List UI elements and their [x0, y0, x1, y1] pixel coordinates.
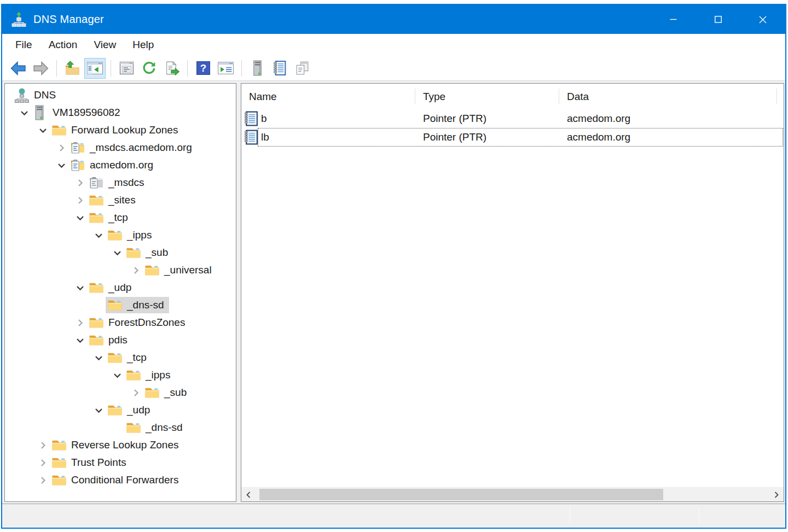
- column-header-data[interactable]: Data: [559, 84, 777, 109]
- tree-item--dns-sd[interactable]: _dns-sd: [5, 296, 236, 314]
- chevron-down-icon[interactable]: [91, 351, 106, 364]
- tree-node[interactable]: _ipps: [124, 367, 175, 383]
- chevron-down-icon[interactable]: [36, 124, 50, 137]
- notebook-icon: [273, 60, 287, 76]
- chevron-right-icon[interactable]: [54, 141, 68, 154]
- chevron-down-icon[interactable]: [17, 106, 31, 119]
- column-header-name[interactable]: Name: [241, 84, 415, 109]
- minimize-button[interactable]: [651, 5, 696, 34]
- chevron-down-icon[interactable]: [73, 281, 87, 294]
- properties-button[interactable]: [116, 58, 137, 79]
- close-button[interactable]: [740, 5, 785, 34]
- tree-item-dns[interactable]: DNS: [5, 86, 236, 104]
- tree-node[interactable]: _tcp: [106, 349, 152, 366]
- forward-button[interactable]: [30, 58, 51, 79]
- tree-node[interactable]: Forward Lookup Zones: [50, 122, 183, 138]
- record-row-b[interactable]: bPointer (PTR)acmedom.org: [241, 109, 784, 128]
- tree-item-acmedom-org[interactable]: acmedom.org: [5, 156, 236, 174]
- server-status-button[interactable]: [247, 58, 268, 79]
- chevron-right-icon[interactable]: [73, 316, 87, 329]
- tree-item--udp[interactable]: _udp: [5, 401, 236, 419]
- menu-file[interactable]: File: [7, 39, 40, 51]
- tree-node[interactable]: _sub: [143, 384, 192, 401]
- chevron-right-icon[interactable]: [129, 264, 143, 277]
- chevron-down-icon[interactable]: [110, 246, 124, 259]
- horizontal-scrollbar[interactable]: [241, 487, 784, 501]
- chevron-down-icon[interactable]: [73, 334, 87, 347]
- maximize-button[interactable]: [696, 5, 740, 34]
- menu-bar: FileActionViewHelp: [2, 34, 785, 56]
- tree-node[interactable]: _sites: [87, 192, 141, 208]
- tree-node[interactable]: _dns-sd: [124, 419, 188, 436]
- tree-item--msdcs[interactable]: _msdcs: [5, 174, 236, 191]
- tree-item--ipps[interactable]: _ipps: [5, 226, 236, 244]
- up-one-level-button[interactable]: [62, 58, 83, 79]
- tree-item--sub[interactable]: _sub: [5, 384, 236, 401]
- export-list-button[interactable]: [161, 58, 182, 79]
- tree-node[interactable]: _universal: [143, 262, 217, 278]
- menu-view[interactable]: View: [85, 39, 124, 51]
- tree-node[interactable]: _ipps: [106, 227, 157, 243]
- show-hide-console-tree-button[interactable]: [84, 58, 106, 79]
- back-button[interactable]: [8, 58, 29, 79]
- help-button[interactable]: ?: [193, 58, 214, 79]
- record-list-button[interactable]: [269, 58, 291, 79]
- selected-tree-node[interactable]: _dns-sd: [106, 297, 169, 313]
- tree-item--udp[interactable]: _udp: [5, 279, 236, 296]
- chevron-right-icon[interactable]: [36, 473, 50, 487]
- menu-help[interactable]: Help: [124, 39, 162, 51]
- tree-item--sites[interactable]: _sites: [5, 191, 236, 209]
- tree-item-label: _dns-sd: [146, 422, 183, 434]
- scroll-right-arrow-icon[interactable]: [769, 488, 784, 501]
- console-window-button[interactable]: [215, 58, 236, 79]
- tree-item-trust-points[interactable]: Trust Points: [5, 454, 236, 471]
- chevron-right-icon[interactable]: [36, 439, 50, 452]
- chevron-down-icon[interactable]: [91, 229, 106, 242]
- column-header-type[interactable]: Type: [415, 84, 559, 109]
- tree-node[interactable]: Reverse Lookup Zones: [50, 437, 183, 453]
- tree-item-forward-lookup-zones[interactable]: Forward Lookup Zones: [5, 121, 236, 139]
- chevron-right-icon[interactable]: [36, 456, 50, 469]
- tree-item--msdcs-acmedom-org[interactable]: _msdcs.acmedom.org: [5, 139, 236, 156]
- tree-item--sub[interactable]: _sub: [5, 244, 236, 261]
- tree-item-pdis[interactable]: pdis: [5, 331, 236, 349]
- scrollbar-thumb[interactable]: [259, 489, 663, 500]
- record-row-lb[interactable]: lbPointer (PTR)acmedom.org: [241, 128, 784, 147]
- tree-item-vm189596082[interactable]: VM189596082: [5, 104, 236, 121]
- tree-node[interactable]: VM189596082: [31, 104, 125, 121]
- tree-item--universal[interactable]: _universal: [5, 261, 236, 279]
- tree-node[interactable]: Trust Points: [50, 454, 131, 471]
- tree-item--dns-sd[interactable]: _dns-sd: [5, 419, 236, 436]
- tree-item-conditional-forwarders[interactable]: Conditional Forwarders: [5, 471, 236, 489]
- tree-item-forestdnszones[interactable]: ForestDnsZones: [5, 314, 236, 331]
- chevron-right-icon[interactable]: [129, 386, 143, 399]
- refresh-button[interactable]: [138, 58, 160, 79]
- chevron-down-icon[interactable]: [54, 159, 68, 172]
- tree-node[interactable]: _msdcs: [87, 174, 149, 191]
- copy-button[interactable]: [292, 58, 313, 79]
- tree-node[interactable]: acmedom.org: [68, 157, 158, 173]
- tree-node[interactable]: Conditional Forwarders: [50, 472, 183, 488]
- tree-node[interactable]: DNS: [13, 87, 61, 103]
- tree-item-label: Trust Points: [71, 457, 126, 469]
- tree-node[interactable]: _udp: [106, 402, 155, 418]
- menu-action[interactable]: Action: [40, 39, 86, 51]
- tree-node[interactable]: _tcp: [87, 209, 133, 226]
- chevron-right-icon[interactable]: [73, 176, 87, 189]
- chevron-down-icon[interactable]: [110, 369, 124, 382]
- tree-item-reverse-lookup-zones[interactable]: Reverse Lookup Zones: [5, 436, 236, 454]
- tree-node[interactable]: _udp: [87, 279, 136, 296]
- tree-item--tcp[interactable]: _tcp: [5, 349, 236, 366]
- console-window-icon: [217, 61, 234, 75]
- tree-item--tcp[interactable]: _tcp: [5, 209, 236, 226]
- chevron-down-icon[interactable]: [73, 211, 87, 224]
- scroll-left-arrow-icon[interactable]: [241, 488, 256, 501]
- tree-item--ipps[interactable]: _ipps: [5, 366, 236, 384]
- dns-root-icon: [14, 88, 30, 102]
- tree-node[interactable]: _msdcs.acmedom.org: [68, 139, 197, 156]
- tree-node[interactable]: ForestDnsZones: [87, 314, 190, 331]
- chevron-right-icon[interactable]: [73, 194, 87, 207]
- chevron-down-icon[interactable]: [91, 404, 106, 417]
- tree-node[interactable]: _sub: [124, 244, 173, 261]
- tree-node[interactable]: pdis: [87, 332, 132, 348]
